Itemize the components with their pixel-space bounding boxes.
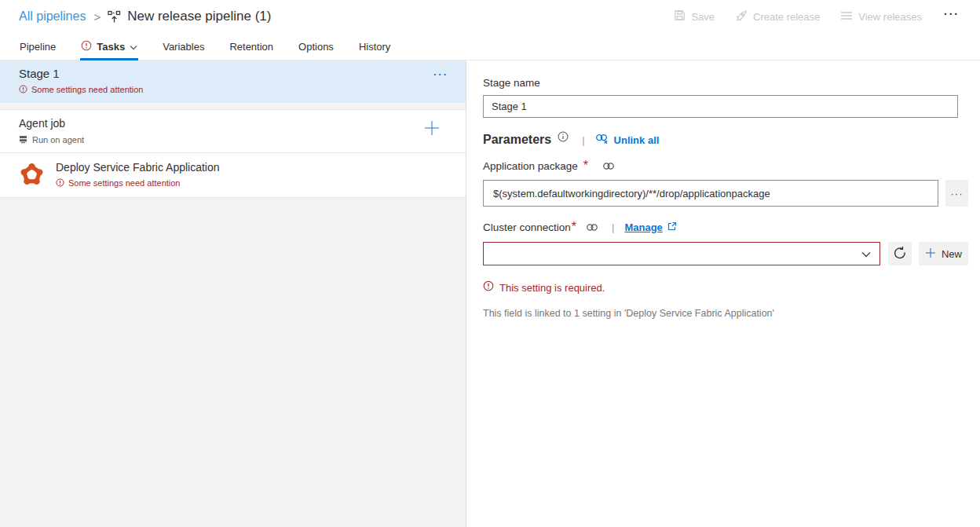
warning-icon (56, 176, 64, 190)
breadcrumb-separator: > (93, 10, 101, 24)
browse-button[interactable]: ··· (945, 180, 968, 207)
new-label: New (942, 248, 962, 260)
stage-settings-panel: Stage name Parameters | (466, 60, 980, 527)
required-error-text: This setting is required. (499, 282, 605, 294)
plus-icon (423, 127, 441, 139)
link-icon[interactable] (586, 222, 598, 232)
manage-link[interactable]: Manage (624, 221, 676, 233)
tab-variables[interactable]: Variables (162, 33, 205, 60)
task-title: Deploy Service Fabric Application (56, 161, 220, 174)
application-package-label: Application package (483, 160, 578, 172)
divider: | (612, 221, 614, 233)
dropdown-chevron-icon (861, 247, 871, 261)
info-icon[interactable] (558, 131, 569, 142)
required-asterisk: * (572, 220, 576, 234)
header-more-button[interactable]: ··· (942, 8, 961, 25)
tab-options-label: Options (298, 41, 334, 53)
application-package-label-row: Application package * (483, 159, 968, 173)
tab-variables-label: Variables (163, 41, 204, 53)
main-area: Stage 1 Some settings need attention ··· (0, 60, 980, 527)
agent-icon (19, 133, 27, 147)
stage-title: Stage 1 (19, 67, 447, 80)
divider: | (582, 134, 584, 146)
chevron-down-icon (130, 41, 137, 53)
save-button[interactable]: Save (674, 9, 715, 24)
tab-tasks-label: Tasks (97, 41, 125, 53)
link-icon[interactable] (602, 161, 615, 171)
unlink-all-label: Unlink all (614, 134, 660, 146)
release-pipeline-icon (108, 10, 121, 24)
required-error-row: This setting is required. (483, 280, 968, 295)
stage-name-label: Stage name (483, 77, 968, 89)
tab-pipeline-label: Pipeline (20, 41, 56, 53)
unlink-icon (595, 133, 609, 147)
tab-retention[interactable]: Retention (229, 33, 274, 60)
application-package-input-row: ··· (483, 180, 968, 207)
parameters-header: Parameters | Unl (483, 133, 968, 147)
agent-job-row[interactable]: Agent job Run on agent (0, 109, 466, 153)
linked-setting-note: This field is linked to 1 setting in 'De… (483, 308, 968, 319)
rocket-icon (735, 9, 748, 24)
tab-retention-label: Retention (229, 41, 273, 53)
view-releases-label: View releases (858, 11, 922, 23)
error-icon (483, 280, 494, 295)
stage-more-button[interactable]: ··· (433, 68, 448, 80)
stage-warning-text: Some settings need attention (31, 85, 143, 94)
save-label: Save (691, 11, 715, 23)
task-warning-text: Some settings need attention (68, 178, 180, 188)
refresh-icon (893, 246, 907, 262)
new-connection-button[interactable]: New (919, 242, 968, 265)
application-package-input[interactable] (483, 180, 938, 207)
tab-tasks[interactable]: Tasks (80, 33, 138, 60)
tasks-warning-icon (81, 40, 92, 53)
warning-icon (19, 82, 27, 97)
stage-name-input[interactable] (483, 95, 958, 118)
agent-job-subtitle: Run on agent (32, 135, 84, 145)
view-releases-button[interactable]: View releases (840, 10, 922, 24)
parameters-title: Parameters (483, 133, 551, 147)
page-title: New release pipeline (1) (127, 9, 271, 24)
top-header: All pipelines > New release pipeline (1)… (0, 0, 980, 33)
create-release-label: Create release (753, 11, 820, 23)
tab-history[interactable]: History (358, 33, 391, 60)
save-icon (674, 9, 686, 24)
cluster-connection-label-row: Cluster connection * | Manage (483, 220, 968, 234)
external-link-icon (667, 221, 677, 233)
stage-card[interactable]: Stage 1 Some settings need attention ··· (0, 60, 466, 103)
cluster-connection-dropdown[interactable] (483, 242, 880, 265)
service-fabric-icon (20, 162, 44, 189)
required-asterisk: * (583, 159, 588, 173)
plus-icon (925, 247, 936, 261)
cluster-connection-control-row: New (483, 242, 968, 265)
stage-tasks-panel: Stage 1 Some settings need attention ··· (0, 60, 466, 527)
refresh-button[interactable] (888, 242, 912, 265)
create-release-button[interactable]: Create release (735, 9, 820, 24)
add-task-button[interactable] (423, 119, 441, 139)
tab-pipeline[interactable]: Pipeline (19, 33, 57, 60)
list-icon (840, 10, 853, 24)
task-row[interactable]: Deploy Service Fabric Application Some s… (0, 153, 466, 198)
manage-label: Manage (624, 221, 662, 233)
tab-options[interactable]: Options (298, 33, 335, 60)
tab-history-label: History (359, 41, 390, 53)
agent-job-title: Agent job (19, 117, 447, 130)
release-pipeline-editor: All pipelines > New release pipeline (1)… (0, 0, 980, 527)
header-actions: Save Create release View (674, 8, 961, 25)
panel-gap (0, 103, 466, 109)
tab-bar: Pipeline Tasks Variables Retention Optio… (0, 33, 980, 60)
cluster-connection-label: Cluster connection (483, 221, 571, 233)
breadcrumb-all-pipelines[interactable]: All pipelines (19, 9, 86, 24)
unlink-all-link[interactable]: Unlink all (595, 133, 660, 147)
